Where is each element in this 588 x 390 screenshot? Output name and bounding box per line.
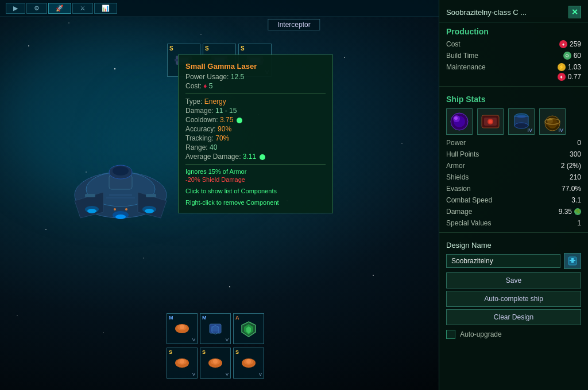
svg-point-52 xyxy=(180,325,184,329)
tab-5[interactable]: 📊 xyxy=(94,3,117,14)
design-name-section: Design Name Save Auto-complete ship Clea… xyxy=(439,236,588,346)
svg-point-67 xyxy=(246,359,251,364)
stat-shields-value: 210 xyxy=(570,173,581,181)
slot-s-3-tier: V xyxy=(259,372,262,377)
build-time-label: Build Time xyxy=(446,52,478,60)
slot-s-3-type-label: S xyxy=(235,349,239,355)
tab-4[interactable]: ⚔ xyxy=(72,3,93,14)
top-bar-tabs: ▶ ⚙ 🚀 ⚔ 📊 xyxy=(6,3,117,14)
save-button[interactable]: Save xyxy=(446,272,581,288)
svg-point-39 xyxy=(87,209,96,213)
production-section-title: Production xyxy=(439,22,588,38)
slot-m-2-tier: V xyxy=(226,337,229,342)
svg-rect-47 xyxy=(146,194,156,197)
tooltip-type: Type: Energy xyxy=(185,98,326,106)
slot-s-2-tier: V xyxy=(226,372,229,377)
slot-s-3[interactable]: S V xyxy=(233,348,264,379)
svg-point-75 xyxy=(489,120,492,123)
stat-armor-label: Armor xyxy=(446,162,465,170)
tab-2[interactable]: ⚙ xyxy=(26,3,47,14)
tooltip-power: Power Usage: 12.5 xyxy=(185,73,326,81)
maintenance-value-2: ♦ 0.77 xyxy=(558,73,581,81)
slot-m-1[interactable]: M V xyxy=(167,313,198,344)
maintenance-energy-icon: ⚡ xyxy=(558,63,566,71)
design-icon-svg xyxy=(567,256,578,266)
svg-rect-54 xyxy=(211,326,219,332)
interceptor-label: Interceptor xyxy=(268,19,320,30)
cost-row: Cost ♦ 259 xyxy=(439,38,588,50)
maintenance-row: Maintenance ⚡ 1.03 xyxy=(439,61,588,73)
panel-header: Soobrazitelny-class C ... ✕ xyxy=(439,0,588,22)
component-3-badge: IV xyxy=(527,127,532,133)
stat-hull-value: 300 xyxy=(570,150,581,158)
stat-shields: Shields 210 xyxy=(439,171,588,183)
cost-diamond-icon: ♦ xyxy=(559,40,567,48)
slot-m-2-icon xyxy=(206,319,225,338)
svg-rect-46 xyxy=(85,194,95,197)
clear-design-button[interactable]: Clear Design xyxy=(446,309,581,325)
slot-s-3-icon xyxy=(239,354,258,372)
slot-a-1-icon xyxy=(239,319,258,338)
tab-3[interactable]: 🚀 xyxy=(48,3,71,14)
tooltip-special-1: Ignores 15% of Armor xyxy=(185,168,326,175)
svg-point-10 xyxy=(17,315,18,316)
damage-leaf-icon: 🌿 xyxy=(574,208,581,215)
design-name-input-row xyxy=(446,253,581,269)
component-img-2[interactable] xyxy=(477,108,504,135)
svg-point-43 xyxy=(115,214,126,219)
design-icon-button[interactable] xyxy=(564,253,581,269)
build-time-energy-icon: ⚙ xyxy=(563,52,571,60)
component-row: IV IV xyxy=(439,106,588,137)
tooltip-hint-2: Right-click to remove Component xyxy=(185,199,326,206)
slot-a-1[interactable]: A xyxy=(233,313,264,344)
tooltip-tracking: Tracking: 70% xyxy=(185,134,326,142)
svg-point-12 xyxy=(103,332,103,333)
svg-point-15 xyxy=(401,143,403,144)
component-img-1[interactable] xyxy=(446,108,473,135)
slot-s-2[interactable]: S V xyxy=(200,348,231,379)
stat-damage: Damage 9.35 🌿 xyxy=(439,206,588,217)
stat-special-values-value: 1 xyxy=(577,219,581,227)
component-4-badge: IV xyxy=(558,127,563,133)
build-time-row: Build Time ⚙ 60 xyxy=(439,50,588,61)
component-img-4[interactable]: IV xyxy=(539,108,566,135)
stat-combat-speed-value: 3.1 xyxy=(571,196,581,204)
tooltip-divider-2 xyxy=(185,164,326,165)
tooltip-accuracy: Accuracy: 90% xyxy=(185,125,326,133)
auto-upgrade-checkbox[interactable] xyxy=(446,330,455,339)
tab-1[interactable]: ▶ xyxy=(6,3,25,14)
stat-armor-value: 2 (2%) xyxy=(561,162,581,170)
svg-point-71 xyxy=(454,116,458,120)
stat-evasion: Evasion 77.0% xyxy=(439,183,588,194)
svg-point-61 xyxy=(180,359,184,364)
tooltip-title: Small Gamma Laser xyxy=(185,62,326,71)
tooltip-hint-1: Click to show list of Components xyxy=(185,188,326,194)
slot-row-2: S V S V S V xyxy=(167,348,264,379)
maintenance-value: ⚡ 1.03 xyxy=(558,63,581,71)
auto-upgrade-label: Auto-upgrade xyxy=(460,330,502,338)
tooltip-cooldown: Cooldown: 3.75 xyxy=(185,116,326,124)
svg-point-11 xyxy=(229,286,230,287)
svg-point-78 xyxy=(514,123,528,128)
divider-2 xyxy=(439,232,588,233)
slot-m-2[interactable]: M V xyxy=(200,313,231,344)
svg-point-35 xyxy=(113,166,129,176)
tooltip-range: Range: 40 xyxy=(185,143,326,151)
autocomplete-button[interactable]: Auto-complete ship xyxy=(446,291,581,307)
tooltip-avg-dmg: Average Damage: 3.11 xyxy=(185,153,326,161)
component-img-3[interactable]: IV xyxy=(508,108,535,135)
stat-special-values-label: Special Values xyxy=(446,219,492,227)
stat-hull-label: Hull Points xyxy=(446,150,479,158)
slot-s-1[interactable]: S V xyxy=(167,348,198,379)
design-name-input[interactable] xyxy=(446,254,560,268)
maintenance-label: Maintenance xyxy=(446,63,486,71)
build-time-value: ⚙ 60 xyxy=(563,52,581,60)
slot-m-2-type-label: M xyxy=(202,315,207,321)
close-button[interactable]: ✕ xyxy=(568,6,581,18)
panel-title: Soobrazitelny-class C ... xyxy=(446,8,527,17)
svg-point-48 xyxy=(114,208,116,210)
slot-s-1-tier: V xyxy=(192,372,195,377)
maintenance-gem-icon: ♦ xyxy=(558,73,566,81)
svg-point-64 xyxy=(213,359,218,364)
ship-stats-title: Ship Stats xyxy=(439,90,588,106)
